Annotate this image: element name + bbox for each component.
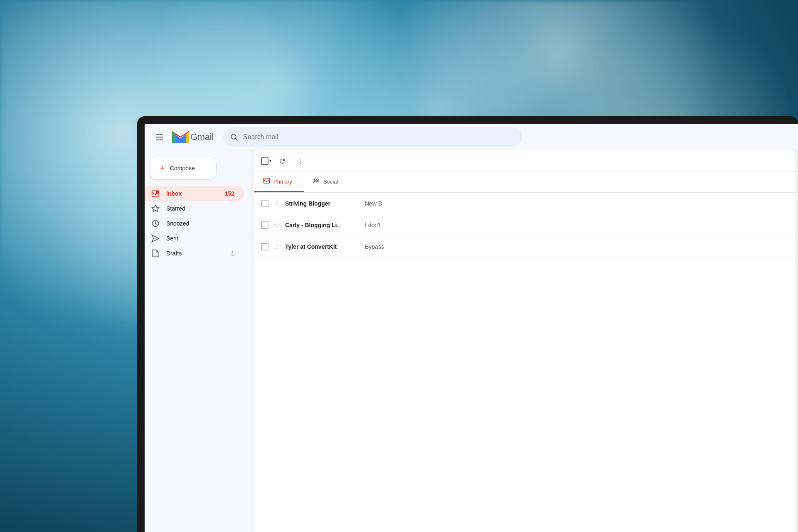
gmail-app: Gmail + bbox=[145, 124, 798, 532]
svg-point-10 bbox=[300, 163, 301, 164]
svg-point-12 bbox=[315, 179, 317, 181]
compose-plus-icon: + bbox=[160, 164, 165, 173]
menu-button[interactable] bbox=[151, 129, 168, 145]
select-dropdown-icon[interactable]: ▾ bbox=[269, 159, 271, 163]
email-checkbox[interactable] bbox=[261, 200, 268, 207]
gmail-wordmark: Gmail bbox=[190, 132, 213, 142]
sidebar-item-snoozed[interactable]: Snoozed bbox=[145, 216, 244, 231]
search-icon bbox=[230, 133, 238, 141]
email-preview: Bypass bbox=[365, 243, 788, 250]
email-row[interactable]: ☆ Tyler at ConvertKit Bypass bbox=[254, 236, 795, 257]
sidebar-item-inbox[interactable]: Inbox 152 bbox=[145, 186, 244, 201]
svg-marker-4 bbox=[152, 205, 159, 212]
clock-icon bbox=[151, 219, 160, 228]
inbox-icon bbox=[151, 189, 160, 198]
inbox-label: Inbox bbox=[166, 190, 218, 197]
email-checkbox[interactable] bbox=[261, 243, 268, 250]
more-button[interactable] bbox=[293, 154, 308, 169]
svg-rect-11 bbox=[264, 178, 270, 183]
svg-rect-3 bbox=[156, 191, 159, 194]
email-checkbox[interactable] bbox=[261, 221, 268, 229]
star-icon bbox=[151, 204, 160, 213]
compose-label: Compose bbox=[170, 165, 195, 172]
gmail-logo[interactable]: Gmail bbox=[172, 131, 213, 143]
inbox-tabs: Primary Social bbox=[254, 172, 795, 193]
star-button[interactable]: ☆ bbox=[273, 242, 280, 251]
svg-point-9 bbox=[300, 160, 301, 161]
sent-icon bbox=[151, 234, 160, 243]
svg-line-1 bbox=[236, 139, 237, 140]
email-preview: I don't bbox=[365, 222, 788, 228]
social-tab-icon bbox=[313, 177, 320, 186]
email-sender: Striving Blogger bbox=[285, 200, 360, 207]
gmail-sidebar: + Compose Inbox 152 bbox=[145, 150, 251, 532]
gmail-main: + Compose Inbox 152 bbox=[145, 150, 798, 532]
svg-point-13 bbox=[317, 179, 319, 181]
gmail-header: Gmail bbox=[145, 124, 798, 150]
snoozed-label: Snoozed bbox=[166, 220, 234, 227]
sidebar-item-sent[interactable]: Sent bbox=[145, 231, 244, 246]
star-button[interactable]: ☆ bbox=[273, 221, 280, 230]
inbox-count: 152 bbox=[225, 190, 234, 197]
email-row[interactable]: ☆ Carly - Blogging Li. I don't bbox=[254, 214, 795, 236]
inbox-toolbar: ▾ bbox=[254, 150, 795, 172]
primary-tab-label: Primary bbox=[273, 179, 292, 185]
select-all-checkbox[interactable] bbox=[261, 157, 268, 165]
tab-social[interactable]: Social bbox=[304, 172, 354, 192]
primary-tab-icon bbox=[263, 177, 270, 186]
drafts-label: Drafts bbox=[166, 250, 224, 257]
search-bar[interactable] bbox=[223, 127, 522, 147]
laptop-screen: Gmail + bbox=[145, 124, 798, 532]
sidebar-item-starred[interactable]: Starred bbox=[145, 201, 244, 216]
gmail-inbox-panel: ▾ bbox=[254, 150, 795, 532]
gmail-m-icon bbox=[172, 131, 189, 143]
starred-label: Starred bbox=[166, 205, 234, 212]
laptop-frame: Gmail + bbox=[137, 116, 798, 532]
drafts-icon bbox=[151, 249, 160, 257]
svg-point-8 bbox=[300, 158, 301, 159]
tab-primary[interactable]: Primary bbox=[254, 172, 304, 192]
drafts-count: 1 bbox=[231, 250, 234, 257]
sidebar-item-drafts[interactable]: Drafts 1 bbox=[145, 246, 244, 261]
sent-label: Sent bbox=[166, 235, 234, 242]
email-list: ☆ Striving Blogger New B ☆ Carly - Blogg… bbox=[254, 193, 795, 532]
hamburger-icon bbox=[156, 134, 163, 140]
search-input[interactable] bbox=[243, 133, 516, 141]
email-sender: Carly - Blogging Li. bbox=[285, 222, 360, 228]
refresh-button[interactable] bbox=[275, 154, 290, 169]
email-sender: Tyler at ConvertKit bbox=[285, 243, 360, 250]
social-tab-label: Social bbox=[323, 179, 338, 185]
email-preview: New B bbox=[365, 200, 788, 207]
email-row[interactable]: ☆ Striving Blogger New B bbox=[254, 193, 795, 214]
select-all-button[interactable]: ▾ bbox=[261, 157, 271, 165]
star-button[interactable]: ☆ bbox=[273, 199, 280, 208]
compose-button[interactable]: + Compose bbox=[150, 157, 216, 179]
